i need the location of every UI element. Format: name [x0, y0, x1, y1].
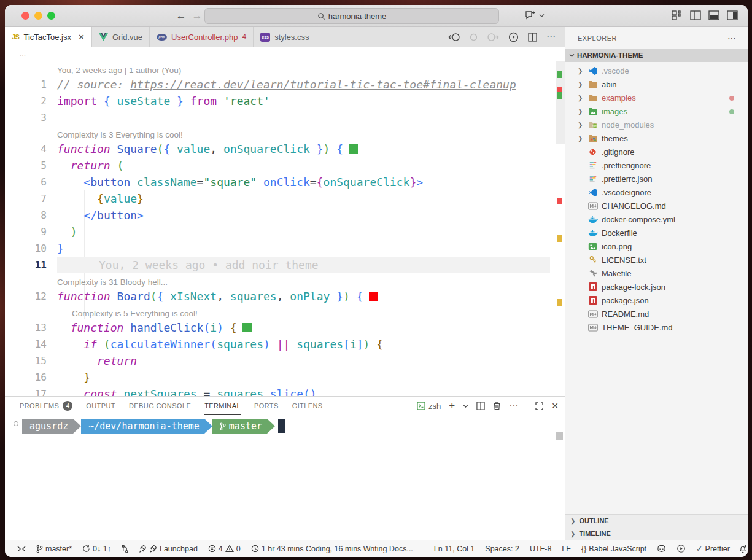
chevron-right-icon[interactable]: ❯ [578, 122, 587, 128]
cursor-position-status[interactable]: Ln 11, Col 1 [434, 545, 475, 553]
tree-item--prettierrc-json[interactable]: .prettierrc.json [565, 172, 748, 185]
kill-terminal-icon[interactable] [493, 402, 501, 410]
copilot-status[interactable] [657, 545, 666, 553]
tab-usercontroller-php[interactable]: php UserController.php 4 [150, 27, 254, 47]
line-number[interactable]: 13 [5, 322, 57, 333]
outline-section[interactable]: ❯OUTLINE [565, 514, 748, 527]
code-line-13[interactable]: 13 function handleClick(i) { [5, 319, 565, 336]
line-number[interactable]: 14 [5, 338, 57, 350]
chevron-right-icon[interactable]: ❯ [578, 135, 587, 142]
codelens[interactable]: Complexity is 5 Everything is cool! [5, 305, 565, 319]
code-line-14[interactable]: 14 if (calculateWinner(squares) || squar… [5, 336, 565, 352]
tree-item-images[interactable]: ❯images [565, 104, 748, 118]
tree-item-dockerfile[interactable]: Dockerfile [565, 226, 748, 239]
code-line-9[interactable]: 9 ) [5, 224, 565, 240]
line-number[interactable]: 3 [5, 112, 57, 123]
terminal-content[interactable]: agusrdz~/dev/harmonia-thememaster [5, 415, 565, 434]
line-number[interactable]: 1 [5, 79, 57, 90]
color-swatch[interactable] [242, 323, 252, 332]
code-line-15[interactable]: 15 return [5, 352, 565, 369]
terminal-instance-zsh[interactable]: zsh [417, 402, 441, 411]
code-line-7[interactable]: 7 {value} [5, 190, 565, 207]
line-number[interactable]: 12 [5, 290, 57, 302]
tree-item-license-txt[interactable]: LICENSE.txt [565, 253, 748, 266]
problems-status[interactable]: 4 0 [208, 545, 241, 553]
tree-item-theme-guide-md[interactable]: THEME_GUIDE.md [565, 321, 748, 334]
copilot-chat-button[interactable] [524, 9, 545, 21]
code-line-2[interactable]: 2import { useState } from 'react' [5, 93, 565, 109]
color-swatch[interactable] [369, 292, 378, 301]
chevron-right-icon[interactable]: ❯ [578, 68, 587, 74]
chevron-right-icon[interactable]: ❯ [578, 81, 587, 88]
split-editor-icon[interactable] [528, 33, 537, 42]
eol-status[interactable]: LF [562, 545, 571, 553]
explorer-more-actions-icon[interactable]: ⋯ [727, 33, 737, 43]
tree-item-abin[interactable]: ❯abin [565, 77, 748, 91]
close-tab-icon[interactable]: ✕ [78, 33, 85, 42]
panel-tab-terminal[interactable]: TERMINAL [204, 397, 241, 415]
code-line-6[interactable]: 6 <button className="square" onClick={on… [5, 174, 565, 190]
code-line-12[interactable]: 12function Board({ xIsNext, squares, onP… [5, 288, 565, 305]
code-line-3[interactable]: 3 [5, 109, 565, 126]
tree-item-themes[interactable]: ❯themes [565, 131, 748, 145]
command-center-search[interactable]: harmonia-theme [204, 8, 499, 24]
run-task-status[interactable] [676, 544, 686, 553]
formatter-status[interactable]: ✓Prettier [696, 544, 730, 553]
encoding-status[interactable]: UTF-8 [530, 545, 551, 553]
minimize-window-button[interactable] [34, 12, 42, 20]
line-number[interactable]: 17 [5, 388, 57, 396]
code-line-17[interactable]: 17 const nextSquares = squares.slice() [5, 386, 565, 396]
codelens[interactable]: Complexity is 3 Everything is cool! [5, 126, 565, 141]
toggle-secondary-sidebar-icon[interactable] [727, 10, 738, 20]
run-debug-icon[interactable] [508, 32, 519, 42]
tree-item--vscode[interactable]: ❯.vscode [565, 64, 748, 77]
tree-item--prettierignore[interactable]: .prettierignore [565, 158, 748, 172]
terminal-scrollbar[interactable] [556, 432, 563, 440]
split-terminal-icon[interactable] [476, 402, 485, 410]
codelens[interactable]: Complexity is 31 Bloody hell... [5, 273, 565, 288]
panel-tab-gitlens[interactable]: GITLENS [292, 397, 323, 415]
tab-grid-vue[interactable]: Grid.vue [92, 27, 150, 47]
nav-back-icon[interactable] [448, 33, 460, 42]
line-number[interactable]: 16 [5, 371, 57, 383]
line-number[interactable]: 15 [5, 355, 57, 367]
more-panel-actions-icon[interactable]: ⋯ [509, 400, 519, 411]
code-line-4[interactable]: 4function Square({ value, onSquareClick … [5, 141, 565, 157]
toggle-sidebar-icon[interactable] [690, 10, 701, 20]
toggle-panel-icon[interactable] [708, 10, 719, 20]
codelens[interactable]: You, 2 weeks ago | 1 author (You) [5, 61, 565, 76]
line-number[interactable]: 10 [5, 243, 57, 254]
tree-item-docker-compose-yml[interactable]: docker-compose.yml [565, 212, 748, 226]
language-mode-status[interactable]: {}Babel JavaScript [581, 545, 646, 553]
customize-layout-icon[interactable] [672, 10, 683, 20]
line-number[interactable]: 4 [5, 143, 57, 155]
history-back-button[interactable]: ← [174, 10, 188, 22]
chevron-right-icon[interactable]: ❯ [578, 108, 587, 115]
line-number[interactable]: 9 [5, 226, 57, 238]
notifications-bell[interactable] [738, 545, 747, 553]
git-sync-status[interactable]: 0↓ 1↑ [82, 545, 111, 553]
tree-item--gitignore[interactable]: .gitignore [565, 145, 748, 158]
close-panel-icon[interactable]: ✕ [551, 401, 559, 411]
git-branch-status[interactable]: master* [36, 545, 72, 553]
tab-styles-css[interactable]: css styles.css [254, 27, 316, 47]
zoom-window-button[interactable] [47, 12, 55, 20]
color-swatch[interactable] [349, 144, 358, 154]
tree-item-node-modules[interactable]: ❯npmnode_modules [565, 118, 748, 131]
nav-circle-icon[interactable] [470, 33, 478, 41]
chevron-right-icon[interactable]: ❯ [578, 95, 587, 101]
code-line-16[interactable]: 16 } [5, 369, 565, 386]
terminal-dropdown-icon[interactable] [463, 404, 468, 408]
code-line-10[interactable]: 10} [5, 240, 565, 257]
code-line-11[interactable]: 11You, 2 weeks ago • add noir theme [5, 257, 565, 273]
code-line-8[interactable]: 8 </button> [5, 207, 565, 224]
code-line-5[interactable]: 5 return ( [5, 157, 565, 174]
time-tracker-status[interactable]: 1 hr 43 mins Coding, 16 mins Writing Doc… [251, 545, 413, 553]
tree-item--vscodeignore[interactable]: .vscodeignore [565, 185, 748, 199]
panel-tab-problems[interactable]: PROBLEMS4 [20, 397, 72, 415]
line-number[interactable]: 7 [5, 193, 57, 204]
line-number[interactable]: 8 [5, 209, 57, 221]
line-number[interactable]: 5 [5, 160, 57, 171]
new-terminal-icon[interactable]: + [449, 400, 455, 412]
panel-tab-debug-console[interactable]: DEBUG CONSOLE [129, 397, 191, 415]
